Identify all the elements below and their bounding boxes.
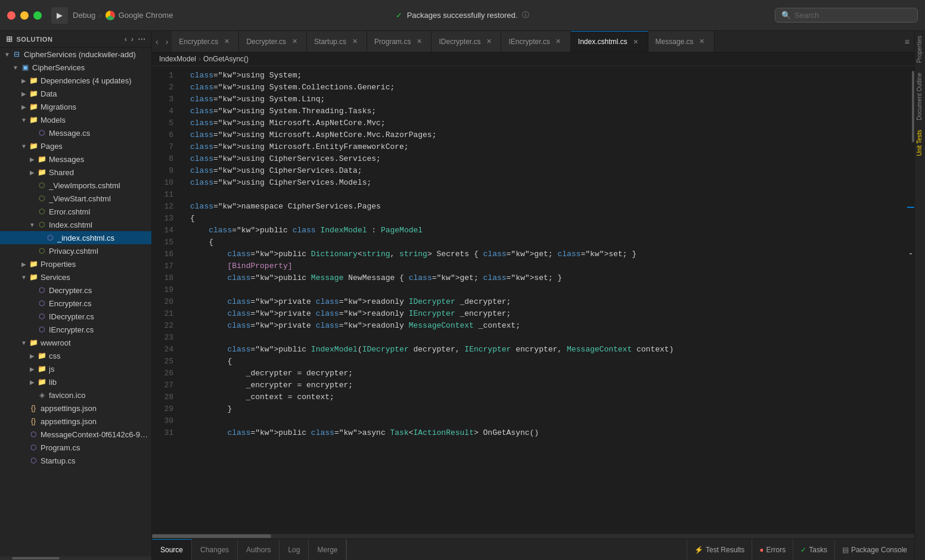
tree-item-appsettings-json[interactable]: {} appsettings.json: [0, 402, 151, 415]
chrome-icon: [105, 11, 115, 20]
tree-item-message-cs[interactable]: ⬡ Message.cs: [0, 126, 151, 139]
tree-item-favicon-ico[interactable]: ◈ favicon.ico: [0, 388, 151, 402]
code-line-25: {: [190, 356, 907, 368]
tree-item-js[interactable]: 📁 js: [0, 362, 151, 375]
line-number-12: 12: [152, 201, 173, 213]
code-line-17: [BindProperty]: [190, 260, 907, 272]
breadcrumb-indexmodel[interactable]: IndexModel: [159, 55, 196, 63]
editor-scrollbar[interactable]: [907, 66, 914, 534]
tab-startup-cs-tab[interactable]: Startup.cs ✕: [307, 31, 367, 52]
menu-icon[interactable]: ⋯: [138, 35, 146, 43]
tree-item-wwwroot[interactable]: 📁 wwwroot: [0, 336, 151, 349]
tree-item-solution-root[interactable]: ⊟ CipherServices (nduckwiler-add): [0, 48, 151, 61]
tab-close-startup-cs-tab[interactable]: ✕: [350, 37, 359, 46]
tab-index-cshtml-cs-tab[interactable]: Index.cshtml.cs ✕: [571, 31, 648, 52]
bottom-tab-changes-tab[interactable]: Changes: [192, 539, 238, 561]
tree-item-services[interactable]: 📁 Services: [0, 270, 151, 284]
tree-label-migrations: Migrations: [41, 102, 151, 111]
tab-encrypter-cs-tab[interactable]: Encrypter.cs ✕: [172, 31, 239, 52]
tab-close-decrypter-cs-tab[interactable]: ✕: [290, 37, 299, 46]
line-number-21: 21: [152, 308, 173, 320]
test-results-button[interactable]: ⚡ Test Results: [687, 539, 752, 561]
sidebar-header-icons[interactable]: ‹ › ⋯: [125, 35, 145, 43]
errors-button[interactable]: ● Errors: [752, 539, 793, 561]
run-button[interactable]: ▶: [51, 7, 68, 24]
tabs-overflow-button[interactable]: ≡: [900, 37, 914, 46]
close-button[interactable]: [7, 11, 15, 20]
tab-close-idecrypter-cs-tab[interactable]: ✕: [484, 37, 493, 46]
tree-item-css[interactable]: 📁 css: [0, 349, 151, 362]
maximize-button[interactable]: [33, 11, 42, 20]
line-number-30: 30: [152, 415, 173, 427]
editor-hscrollbar-thumb[interactable]: [152, 534, 271, 538]
tab-message-cs-tab[interactable]: Message.cs ✕: [648, 31, 715, 52]
editor-hscrollbar[interactable]: [152, 534, 914, 539]
line-number-28: 28: [152, 391, 173, 403]
bottom-tab-source-tab[interactable]: Source: [152, 539, 192, 561]
tree-item-data[interactable]: 📁 Data: [0, 87, 151, 100]
tree-item-migrations[interactable]: 📁 Migrations: [0, 100, 151, 113]
tree-label-iencrypter-cs: IEncrypter.cs: [49, 325, 151, 334]
breadcrumb-ongetasync[interactable]: OnGetAsync(): [203, 55, 249, 63]
tree-item-shared[interactable]: 📁 Shared: [0, 166, 151, 179]
tree-item-properties[interactable]: 📁 Properties: [0, 257, 151, 270]
tree-item-program-cs[interactable]: ⬡ Program.cs: [0, 441, 151, 454]
tree-item-models[interactable]: 📁 Models: [0, 113, 151, 126]
properties-panel-tab[interactable]: Properties: [915, 31, 925, 68]
tab-close-message-cs-tab[interactable]: ✕: [697, 37, 707, 46]
tab-decrypter-cs-tab[interactable]: Decrypter.cs ✕: [239, 31, 307, 52]
code-line-15: {: [190, 237, 907, 248]
line-number-15: 15: [152, 237, 173, 248]
tab-close-encrypter-cs-tab[interactable]: ✕: [222, 37, 231, 46]
package-console-button[interactable]: ▤ Package Console: [834, 539, 914, 561]
tree-item-privacy-cshtml[interactable]: ⬡ Privacy.cshtml: [0, 244, 151, 257]
tree-item-error-cshtml[interactable]: ⬡ Error.cshtml: [0, 205, 151, 218]
tree-icon-models: 📁: [29, 115, 38, 125]
sidebar-scrollbar[interactable]: [0, 556, 151, 560]
bottom-tabs: SourceChangesAuthorsLogMerge: [152, 539, 347, 560]
tree-item-index-cshtml-cs[interactable]: ⬡ _index.cshtml.cs: [0, 231, 151, 244]
tree-item-cipher-services-project[interactable]: ▣ CipherServices: [0, 61, 151, 74]
tab-iencrypter-cs-tab[interactable]: IEncrypter.cs ✕: [501, 31, 570, 52]
tree-item-idecrypter-cs[interactable]: ⬡ IDecrypter.cs: [0, 310, 151, 323]
tree-item-encrypter-cs[interactable]: ⬡ Encrypter.cs: [0, 297, 151, 310]
scrollbar-thumb[interactable]: [912, 71, 914, 142]
tree-item-lib[interactable]: 📁 lib: [0, 375, 151, 388]
tab-program-cs-tab[interactable]: Program.cs ✕: [367, 31, 432, 52]
bottom-tab-label-authors-tab: Authors: [246, 546, 271, 554]
tree-item-messagecontext[interactable]: ⬡ MessageContext-0f6142c6-939d-...: [0, 428, 151, 441]
minimap-position-indicator: [907, 207, 914, 208]
tree-item-appsettings-dev-json[interactable]: {} appsettings.json: [0, 415, 151, 428]
tab-close-index-cshtml-cs-tab[interactable]: ✕: [631, 37, 641, 46]
bottom-tab-log-tab[interactable]: Log: [280, 539, 309, 561]
tree-item-decrypter-cs[interactable]: ⬡ Decrypter.cs: [0, 284, 151, 297]
expand-icon[interactable]: ›: [131, 35, 134, 43]
tab-close-program-cs-tab[interactable]: ✕: [414, 37, 424, 46]
document-outline-tab[interactable]: Document Outline: [915, 68, 925, 125]
tab-close-iencrypter-cs-tab[interactable]: ✕: [554, 37, 563, 46]
code-line-19: [190, 284, 907, 296]
unit-tests-tab[interactable]: Unit Tests: [915, 125, 925, 161]
minimize-button[interactable]: [20, 11, 29, 20]
tasks-button[interactable]: ✓ Tasks: [793, 539, 834, 561]
status-info-icon[interactable]: ⓘ: [522, 10, 529, 20]
tab-nav-next[interactable]: ›: [162, 31, 172, 52]
tree-item-iencrypter-cs[interactable]: ⬡ IEncrypter.cs: [0, 323, 151, 336]
tab-nav-prev[interactable]: ‹: [152, 31, 162, 52]
tree-item-messages[interactable]: 📁 Messages: [0, 153, 151, 166]
code-line-13: {: [190, 213, 907, 225]
tree-item-viewstart[interactable]: ⬡ _ViewStart.cshtml: [0, 192, 151, 205]
collapse-icon[interactable]: ‹: [125, 35, 128, 43]
tab-idecrypter-cs-tab[interactable]: IDecrypter.cs ✕: [432, 31, 501, 52]
tree-item-pages[interactable]: 📁 Pages: [0, 139, 151, 153]
traffic-lights[interactable]: [7, 11, 42, 20]
code-content[interactable]: class="kw">using System;class="kw">using…: [181, 66, 907, 534]
search-bar[interactable]: 🔍 Search: [775, 8, 918, 23]
tree-icon-program-cs: ⬡: [29, 443, 38, 452]
tree-item-dependencies[interactable]: 📁 Dependencies (4 updates): [0, 74, 151, 87]
bottom-tab-merge-tab[interactable]: Merge: [309, 539, 346, 561]
tree-item-startup-cs[interactable]: ⬡ Startup.cs: [0, 454, 151, 467]
bottom-tab-authors-tab[interactable]: Authors: [238, 539, 280, 561]
tree-item-viewimports[interactable]: ⬡ _ViewImports.cshtml: [0, 179, 151, 192]
tree-item-index-cshtml[interactable]: ⬡ Index.cshtml: [0, 218, 151, 231]
